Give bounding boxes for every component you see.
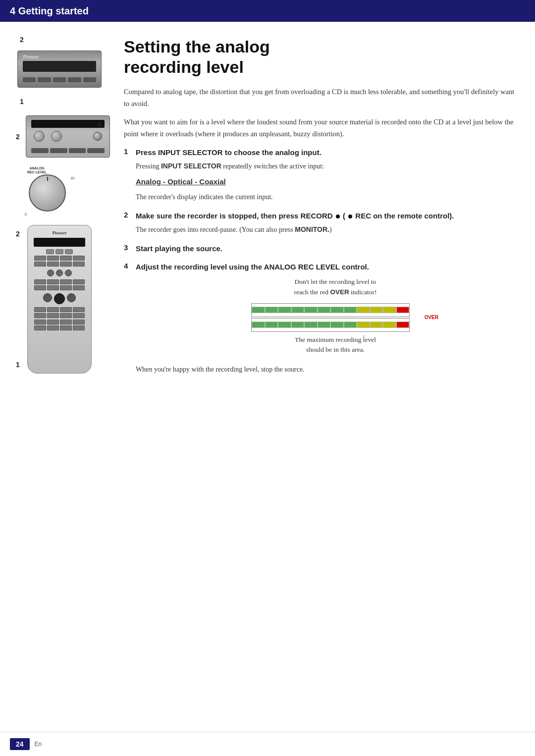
rg-29 xyxy=(34,325,46,330)
step-1: 1 Press INPUT SELECTOR to choose the ana… xyxy=(124,147,515,203)
fbtn-2 xyxy=(50,148,67,153)
m5 xyxy=(304,307,318,313)
m11 xyxy=(383,307,396,313)
rg-14 xyxy=(47,285,59,290)
rbtn-1 xyxy=(46,249,54,254)
step-4-number: 4 xyxy=(124,262,132,270)
rbtn-2 xyxy=(55,249,63,254)
knob-min-label: 0 xyxy=(25,213,27,216)
rg-13 xyxy=(34,285,46,290)
step-2-body-text: The recorder goes into record-pause. (Yo… xyxy=(136,224,515,235)
m18 xyxy=(318,322,331,328)
max-area-arrow: ↑ xyxy=(362,332,365,341)
intro-para-2: What you want to aim for is a level wher… xyxy=(124,116,515,140)
m2 xyxy=(265,307,278,313)
rec-dot-2 xyxy=(348,215,352,218)
rg-23 xyxy=(60,313,72,318)
remote-center: Pioneer xyxy=(10,225,109,374)
step-2-title: Make sure the recorder is stopped, then … xyxy=(136,211,454,221)
step-3-title: Start playing the source. xyxy=(136,243,222,254)
rt-1 xyxy=(43,293,52,302)
rg-12 xyxy=(73,279,85,284)
m24 xyxy=(396,322,410,328)
rc-2 xyxy=(56,270,63,276)
device-front-panel-wrapper: 2 4 xyxy=(10,115,109,158)
m16 xyxy=(291,322,305,328)
btn-2 xyxy=(38,77,51,82)
rg-15 xyxy=(60,285,72,290)
rg-9 xyxy=(34,279,46,284)
page-title: Setting the analog recording level xyxy=(124,37,515,77)
level-meter-section: Don't let the recording level toreach th… xyxy=(156,277,515,358)
sidebar-label-2c: 2 xyxy=(16,230,20,238)
m10 xyxy=(370,307,383,313)
front-knob-2 xyxy=(51,131,62,142)
m6 xyxy=(318,307,331,313)
rg-8 xyxy=(73,262,85,267)
chapter-label: 4 Getting started xyxy=(10,5,89,17)
front-knob-1 xyxy=(34,131,45,142)
rg-11 xyxy=(60,279,72,284)
btn-1 xyxy=(23,77,36,82)
footer-lang: En xyxy=(35,741,42,748)
rg-27 xyxy=(60,320,72,324)
front-display xyxy=(31,120,105,128)
over-indicator-label: OVER xyxy=(425,314,438,322)
meter-bottom xyxy=(252,322,409,328)
remote-row-1 xyxy=(46,249,73,254)
m3 xyxy=(278,307,291,313)
m13 xyxy=(252,322,265,328)
m14 xyxy=(265,322,278,328)
content-area: Setting the analog recording level Compa… xyxy=(114,22,535,732)
fbtn-4 xyxy=(87,148,105,153)
step-4-header: 4 Adjust the recording level using the A… xyxy=(124,262,515,272)
rg-7 xyxy=(60,262,72,267)
m19 xyxy=(330,322,344,328)
step-2-number: 2 xyxy=(124,211,132,219)
step-3-number: 3 xyxy=(124,243,132,252)
rt-3 xyxy=(67,293,76,302)
step-1-header: 1 Press INPUT SELECTOR to choose the ana… xyxy=(124,147,515,158)
meter-top xyxy=(252,307,409,313)
rg-3 xyxy=(60,256,72,261)
sidebar-label-1b: 1 xyxy=(16,361,20,369)
analog-optical-coaxial: Analog - Optical - Coaxial xyxy=(136,176,515,188)
step-2-header: 2 Make sure the recorder is stopped, the… xyxy=(124,211,515,221)
sidebar-label-2a: 2 xyxy=(20,36,24,44)
m8 xyxy=(344,307,357,313)
intro-para-1: Compared to analog tape, the distortion … xyxy=(124,86,515,110)
fbtn-3 xyxy=(69,148,86,153)
front-buttons xyxy=(31,148,105,153)
cd-recorder-image xyxy=(17,51,102,88)
device-knob-wrapper: ANALOGREC LEVEL 0 10 xyxy=(10,166,109,216)
step-1-body: Pressing INPUT SELECTOR repeatedly switc… xyxy=(124,161,515,203)
rc-3 xyxy=(65,270,72,276)
step-2: 2 Make sure the recorder is stopped, the… xyxy=(124,211,515,235)
rbtn-3 xyxy=(65,249,73,254)
rg-6 xyxy=(47,262,59,267)
btn-3 xyxy=(53,77,66,82)
rg-17 xyxy=(34,307,46,312)
knob-dial-container: ANALOGREC LEVEL 0 10 xyxy=(25,166,74,216)
m17 xyxy=(304,322,318,328)
sidebar-label-4: 4 xyxy=(98,120,102,128)
m1 xyxy=(252,307,265,313)
level-note-1: Don't let the recording level toreach th… xyxy=(294,277,376,297)
remote-transport-row xyxy=(43,293,76,304)
step-4-title: Adjust the recording level using the ANA… xyxy=(136,262,369,272)
rg-2 xyxy=(47,256,59,261)
device-cd-recorder xyxy=(17,51,102,88)
rg-26 xyxy=(47,320,59,324)
knob-max-label: 10 xyxy=(70,176,74,180)
rg-20 xyxy=(73,307,85,312)
step-4: 4 Adjust the recording level using the A… xyxy=(124,262,515,375)
rg-22 xyxy=(47,313,59,318)
recorder-buttons xyxy=(23,77,96,82)
m4 xyxy=(291,307,305,313)
sidebar: 2 1 2 xyxy=(0,22,114,732)
header-bar: 4 Getting started xyxy=(0,0,535,22)
step-1-number: 1 xyxy=(124,147,132,156)
rg-1 xyxy=(34,256,46,261)
step-1-title: Press INPUT SELECTOR to choose the analo… xyxy=(136,147,321,158)
step-3-header: 3 Start playing the source. xyxy=(124,243,515,254)
